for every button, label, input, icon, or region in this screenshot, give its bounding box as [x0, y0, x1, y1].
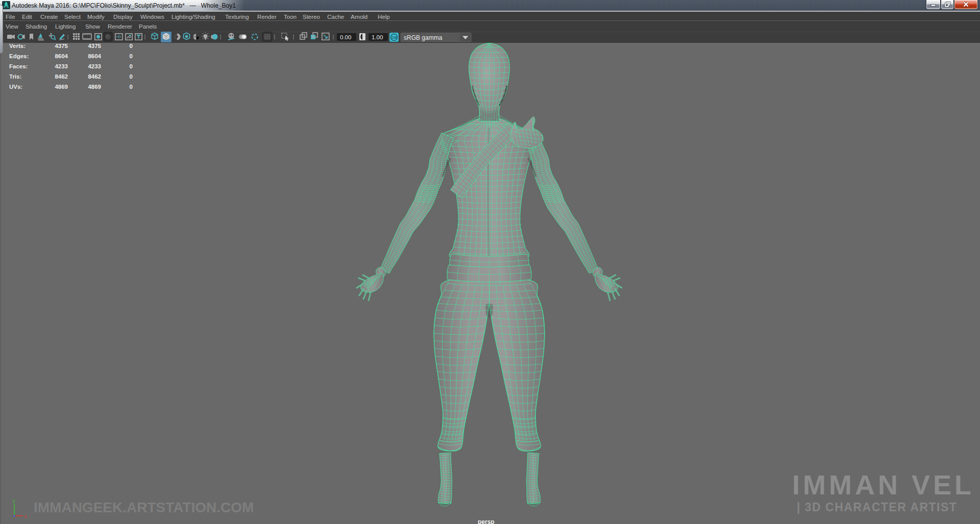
- svg-text:sRGB gamma: sRGB gamma: [404, 34, 443, 41]
- svg-text:1.00: 1.00: [372, 34, 383, 40]
- svg-text:y: y: [13, 498, 15, 503]
- svg-text:0.00: 0.00: [340, 34, 351, 40]
- svg-text:ON: ON: [391, 36, 397, 39]
- svg-text:x: x: [24, 514, 27, 519]
